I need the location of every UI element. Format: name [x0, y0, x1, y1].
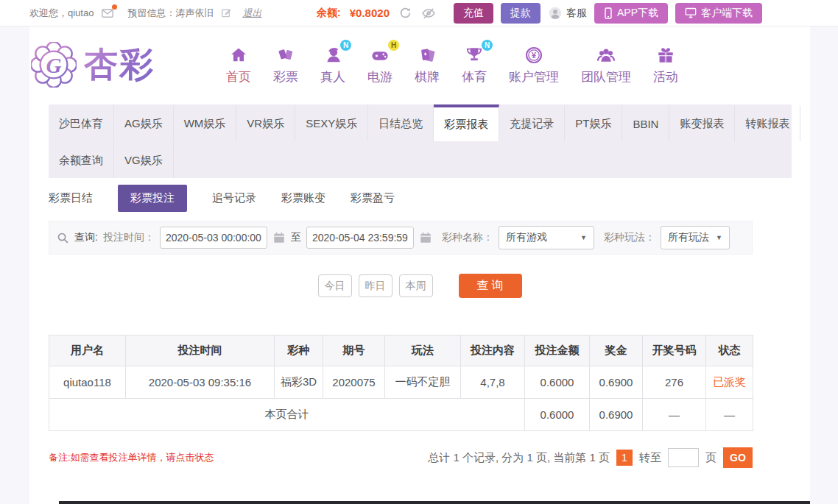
- goto-label: 转至: [639, 451, 661, 465]
- status-link[interactable]: 已派奖: [713, 375, 746, 388]
- reserved-info-text: 预留信息：涛声依旧: [127, 7, 214, 20]
- col-bet-time: 投注时间: [126, 336, 275, 366]
- nav-item-account[interactable]: ¥ 账户管理: [498, 44, 570, 85]
- service-label: 客服: [566, 7, 587, 20]
- col-status: 状态: [706, 336, 753, 366]
- tab-bbin[interactable]: BBIN: [622, 104, 669, 141]
- col-issue: 期号: [323, 336, 385, 366]
- phone-icon: [604, 7, 613, 19]
- calendar-icon[interactable]: [419, 231, 432, 244]
- summary-prize-total: 0.6900: [590, 399, 643, 431]
- balance-group: 余额: ¥0.8020: [317, 6, 436, 21]
- gamepad-icon: H: [370, 44, 390, 66]
- nav-item-team[interactable]: 团队管理: [570, 44, 642, 85]
- tab-account-change-report[interactable]: 账变报表: [669, 104, 735, 141]
- subtab-chase-record[interactable]: 追号记录: [212, 191, 256, 205]
- refresh-icon[interactable]: [398, 6, 412, 20]
- svg-text:G: G: [46, 54, 62, 77]
- tab-vg[interactable]: VG娱乐: [114, 141, 174, 178]
- trophy-icon: N: [465, 44, 484, 66]
- time-from-input[interactable]: [160, 227, 267, 249]
- note-text: 备注:如需查看投注单详情，请点击状态: [49, 451, 214, 464]
- tab-lottery-report[interactable]: 彩票报表: [434, 104, 499, 141]
- gift-icon: [656, 44, 675, 66]
- new-badge: N: [482, 40, 493, 51]
- nav-item-home[interactable]: 首页: [215, 44, 262, 85]
- tab-deposit-withdraw-record[interactable]: 充提记录: [499, 104, 565, 141]
- nav-item-lottery[interactable]: 彩票: [262, 44, 309, 85]
- nav-item-live[interactable]: N 真人: [309, 44, 356, 85]
- play-type-select[interactable]: 所有玩法: [661, 226, 730, 249]
- tab-balance-query[interactable]: 余额查询: [49, 141, 114, 178]
- subtab-lottery-account-change[interactable]: 彩票账变: [281, 191, 325, 205]
- logout-link[interactable]: 退出: [242, 7, 261, 20]
- nav-item-activity[interactable]: 活动: [642, 44, 689, 85]
- summary-dash: —: [706, 399, 753, 431]
- go-button[interactable]: GO: [723, 447, 753, 468]
- calendar-icon[interactable]: [272, 231, 286, 244]
- this-week-button[interactable]: 本周: [399, 274, 433, 297]
- report-tabs: 沙巴体育 AG娱乐 WM娱乐 VR娱乐 SEXY娱乐 日结总览 彩票报表 充提记…: [49, 104, 792, 178]
- deposit-button[interactable]: 充值: [454, 3, 493, 24]
- page-1-button[interactable]: 1: [616, 450, 633, 466]
- app-download-button[interactable]: APP下载: [594, 3, 668, 24]
- tab-pt[interactable]: PT娱乐: [565, 104, 622, 141]
- envelope-icon[interactable]: [101, 7, 114, 20]
- eye-off-icon[interactable]: [421, 6, 436, 21]
- edit-icon[interactable]: [221, 7, 232, 18]
- monitor-icon: [685, 7, 697, 18]
- col-lottery: 彩种: [275, 336, 323, 366]
- tab-daily-summary[interactable]: 日结总览: [368, 104, 434, 141]
- tab-sexy[interactable]: SEXY娱乐: [295, 104, 368, 141]
- subtab-lottery-daily[interactable]: 彩票日结: [49, 191, 93, 205]
- quick-range-row: 今日 昨日 本周 查 询: [29, 274, 810, 298]
- tab-ag[interactable]: AG娱乐: [114, 104, 174, 141]
- search-label: 查询:: [74, 231, 98, 244]
- game-select-value: 所有游戏: [506, 231, 547, 244]
- pagination: 总计 1 个记录, 分为 1 页, 当前第 1 页 1 转至 页 GO: [428, 447, 753, 468]
- goto-page-input[interactable]: [668, 448, 699, 467]
- to-label: 至: [291, 231, 301, 244]
- today-button[interactable]: 今日: [318, 274, 352, 297]
- tab-vr[interactable]: VR娱乐: [236, 104, 295, 141]
- col-draw-number: 开奖号码: [643, 336, 706, 366]
- subtab-lottery-bets[interactable]: 彩票投注: [118, 185, 187, 212]
- play-type-select-value: 所有玩法: [668, 231, 709, 244]
- subtab-lottery-profit-loss[interactable]: 彩票盈亏: [351, 191, 395, 205]
- topbar: 欢迎您，qiutao 预留信息：涛声依旧 退出 余额: ¥0.8020: [0, 0, 838, 26]
- tab-wm[interactable]: WM娱乐: [174, 104, 237, 141]
- time-to-input[interactable]: [306, 227, 414, 249]
- page-unit-label: 页: [705, 451, 716, 465]
- nav-item-cards[interactable]: 棋牌: [404, 44, 451, 85]
- play-type-label: 彩种玩法：: [604, 231, 655, 244]
- cell-play: 一码不定胆: [385, 366, 461, 399]
- cell-prize: 0.6900: [590, 366, 643, 399]
- bet-time-label: 投注时间：: [103, 231, 155, 244]
- home-icon: [229, 44, 248, 66]
- balance-label: 余额:: [317, 7, 341, 20]
- new-badge: N: [340, 40, 351, 51]
- yesterday-button[interactable]: 昨日: [359, 274, 392, 297]
- pagination-summary: 总计 1 个记录, 分为 1 页, 当前第 1 页: [428, 451, 610, 465]
- summary-dash: —: [643, 399, 706, 431]
- brand-logo[interactable]: G 杏彩: [31, 42, 190, 88]
- nav-item-sports[interactable]: N 体育: [451, 44, 498, 85]
- logo-flower-icon: G: [31, 42, 77, 88]
- withdraw-button[interactable]: 提款: [501, 3, 541, 24]
- query-button[interactable]: 查 询: [459, 274, 522, 298]
- site-header: G 杏彩 首页 彩票: [29, 26, 810, 103]
- game-select[interactable]: 所有游戏: [499, 226, 594, 249]
- summary-row: 本页合计 0.6000 0.6900 — —: [49, 399, 753, 431]
- service-avatar-icon: [548, 6, 563, 21]
- tab-shaba-sports[interactable]: 沙巴体育: [49, 104, 114, 141]
- page-footer-edge: [59, 501, 810, 504]
- search-icon: [57, 232, 69, 244]
- welcome-text: 欢迎您，qiutao: [29, 7, 94, 20]
- tab-transfer-report[interactable]: 转账报表: [735, 104, 800, 141]
- lottery-subtabs: 彩票日结 彩票投注 追号记录 彩票账变 彩票盈亏: [49, 178, 791, 218]
- customer-service-button[interactable]: 客服: [548, 6, 587, 21]
- table-row: qiutao118 2020-05-03 09:35:16 福彩3D 20200…: [49, 366, 753, 399]
- client-download-button[interactable]: 客户端下载: [675, 3, 762, 24]
- nav-item-egames[interactable]: H 电游: [356, 44, 404, 85]
- report-tabs-row1: 沙巴体育 AG娱乐 WM娱乐 VR娱乐 SEXY娱乐 日结总览 彩票报表 充提记…: [49, 104, 792, 141]
